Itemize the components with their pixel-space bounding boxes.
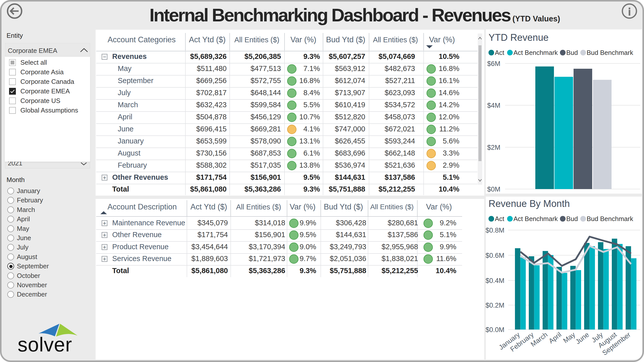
svg-text:$2M: $2M <box>487 144 500 151</box>
svg-text:$4M: $4M <box>487 102 500 109</box>
svg-text:Bud: Bud <box>566 49 578 56</box>
svg-text:Bud Benchmark: Bud Benchmark <box>587 215 633 223</box>
svg-text:Revenue By Month: Revenue By Month <box>489 198 570 209</box>
svg-text:$0.0M: $0.0M <box>486 326 504 334</box>
svg-text:Act Benchmark: Act Benchmark <box>513 215 558 223</box>
svg-text:solver: solver <box>18 333 72 356</box>
svg-text:$0.2M: $0.2M <box>486 302 504 309</box>
svg-text:Bud Benchmark: Bud Benchmark <box>587 49 633 56</box>
svg-text:$6M: $6M <box>487 60 500 67</box>
svg-text:Act: Act <box>495 215 504 223</box>
svg-text:Act: Act <box>495 49 504 56</box>
svg-text:YTD Revenue: YTD Revenue <box>489 32 549 43</box>
svg-text:May: May <box>562 331 577 345</box>
svg-text:$0M: $0M <box>487 186 500 193</box>
svg-text:$0.8M: $0.8M <box>486 227 504 234</box>
svg-text:Act Benchmark: Act Benchmark <box>513 49 558 56</box>
svg-text:Bud: Bud <box>566 215 578 223</box>
svg-text:April: April <box>547 331 563 345</box>
svg-text:$0.6M: $0.6M <box>486 252 504 259</box>
svg-text:June: June <box>574 331 590 346</box>
svg-text:$0.4M: $0.4M <box>486 277 504 284</box>
